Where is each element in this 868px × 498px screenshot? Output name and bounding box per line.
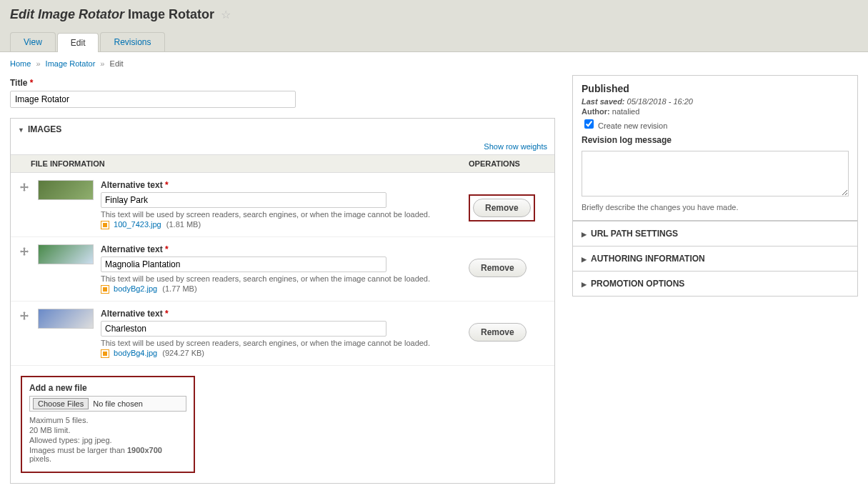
title-name: Image Rotator [128,7,214,21]
upload-help-max: Maximum 5 files. [29,416,186,424]
author: Author: natalied [582,107,849,116]
alt-help-text: This text will be used by screen readers… [101,210,469,219]
upload-help-types: Allowed types: jpg jpeg. [29,436,186,444]
image-row: Alternative text * This text will be use… [11,237,554,302]
breadcrumb-image-rotator[interactable]: Image Rotator [46,59,96,68]
tab-view[interactable]: View [10,32,56,51]
sidebar-published-title: Published [582,83,849,94]
create-revision-label[interactable]: Create new revision [582,121,667,130]
choose-files-button[interactable]: Choose Files [33,398,89,409]
file-icon [101,285,109,294]
alt-text-input[interactable] [101,257,386,272]
page-title: Edit Image Rotator Image Rotator ☆ [10,7,858,22]
tab-revisions[interactable]: Revisions [100,32,164,51]
no-file-chosen: No file chosen [93,399,143,408]
upload-help-limit: 20 MB limit. [29,426,186,434]
log-message-label: Revision log message [582,135,849,145]
drag-handle-icon[interactable] [18,312,31,324]
title-input[interactable] [10,91,296,108]
log-message-help: Briefly describe the changes you have ma… [582,203,849,211]
alt-text-input[interactable] [101,192,386,208]
file-size: (1.81 MB) [166,220,201,229]
drag-handle-icon[interactable] [18,183,31,195]
file-link[interactable]: 100_7423.jpg [114,220,161,229]
drag-handle-icon[interactable] [18,247,31,259]
remove-button[interactable]: Remove [469,259,527,277]
log-message-textarea[interactable] [582,151,849,196]
remove-button[interactable]: Remove [473,199,531,217]
images-fieldset: IMAGES Show row weights FILE INFORMATION… [10,118,555,484]
add-file-label: Add a new file [29,383,186,393]
file-icon [101,349,109,358]
file-size: (1.77 MB) [162,284,196,293]
file-link[interactable]: bodyBg4.jpg [114,349,157,357]
add-file-box: Add a new file Choose Files No file chos… [21,376,195,473]
breadcrumb-home[interactable]: Home [10,59,31,68]
favorite-star-icon[interactable]: ☆ [221,9,231,21]
file-input[interactable]: Choose Files No file chosen [29,396,186,412]
alt-text-label: Alternative text * [101,309,169,319]
col-operations: OPERATIONS [469,159,547,168]
col-file-info: FILE INFORMATION [31,159,469,168]
title-context: Edit Image Rotator [10,7,124,21]
authoring-info-toggle[interactable]: AUTHORING INFORMATION [573,246,857,271]
breadcrumb-current: Edit [110,59,124,68]
table-header: FILE INFORMATION OPERATIONS [11,154,554,173]
sidebar: Published Last saved: 05/18/2018 - 16:20… [572,75,858,297]
file-icon [101,221,109,229]
image-row: Alternative text * This text will be use… [11,173,554,237]
show-row-weights-link[interactable]: Show row weights [484,142,547,151]
url-path-settings-toggle[interactable]: URL PATH SETTINGS [573,221,857,246]
promotion-options-toggle[interactable]: PROMOTION OPTIONS [573,271,857,296]
alt-help-text: This text will be used by screen readers… [101,274,469,283]
last-saved: Last saved: 05/18/2018 - 16:20 [582,97,849,106]
remove-button[interactable]: Remove [469,323,527,342]
create-revision-checkbox[interactable] [584,119,594,129]
alt-text-label: Alternative text * [101,180,169,190]
primary-tabs: View Edit Revisions [10,32,858,51]
alt-text-input[interactable] [101,321,386,337]
image-row: Alternative text * This text will be use… [11,302,554,366]
images-legend[interactable]: IMAGES [11,119,554,139]
file-size: (924.27 KB) [162,349,204,357]
thumbnail [38,244,94,264]
title-label: Title * [10,78,555,88]
upload-help-dims: Images must be larger than 1900x700 pixe… [29,446,186,463]
file-link[interactable]: bodyBg2.jpg [114,284,157,293]
tab-edit[interactable]: Edit [57,33,99,52]
thumbnail [38,180,94,200]
breadcrumb: Home » Image Rotator » Edit [0,52,868,75]
alt-help-text: This text will be used by screen readers… [101,339,469,347]
thumbnail [38,309,94,329]
alt-text-label: Alternative text * [101,244,169,254]
